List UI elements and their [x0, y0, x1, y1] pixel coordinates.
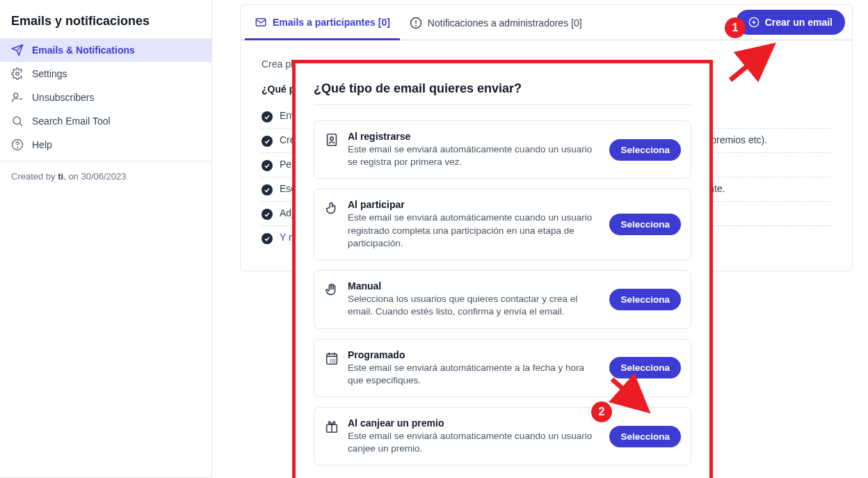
tab-label: Emails a participantes [0]: [273, 17, 390, 28]
sidebar-title: Emails y notificaciones: [0, 0, 211, 38]
option-manual: Manual Selecciona los usuarios que quier…: [314, 270, 691, 328]
option-desc: Este email se enviará automáticamente a …: [348, 362, 601, 387]
sidebar-item-search-tool[interactable]: Search Email Tool: [0, 109, 211, 133]
select-button[interactable]: Selecciona: [609, 357, 681, 379]
footer-suffix: , on 30/06/2023: [63, 171, 126, 182]
alert-icon: [410, 17, 422, 29]
option-scheduled: 03 Programado Este email se enviará auto…: [314, 339, 691, 397]
select-button[interactable]: Selecciona: [609, 289, 681, 310]
sidebar-item-label: Settings: [32, 68, 67, 79]
sidebar-item-label: Search Email Tool: [32, 115, 111, 127]
plus-circle-icon: [748, 17, 760, 28]
sidebar-nav: Emails & Notifications Settings Unsubscr…: [0, 38, 211, 157]
hand-icon: [324, 282, 339, 297]
option-desc: Este email se enviará automáticamente cu…: [348, 143, 601, 168]
calendar-icon: 03: [324, 351, 339, 366]
footer-prefix: Created by: [11, 171, 58, 182]
svg-point-14: [330, 137, 334, 141]
option-title: Manual: [348, 280, 601, 292]
modal-title: ¿Qué tipo de email quieres enviar?: [314, 81, 691, 96]
option-title: Al canjear un premio: [348, 417, 601, 429]
svg-point-0: [16, 72, 19, 76]
search-icon: [11, 115, 24, 127]
check-icon: [262, 184, 273, 196]
sidebar-item-label: Unsubscribers: [32, 92, 94, 103]
gear-icon: [11, 67, 24, 80]
option-participate: Al participar Este email se enviará auto…: [314, 189, 691, 260]
select-button[interactable]: Selecciona: [609, 139, 681, 161]
envelope-icon: [255, 16, 267, 29]
option-redeem-prize: Al canjear un premio Este email se envia…: [314, 407, 691, 465]
option-desc: Selecciona los usuarios que quieres cont…: [348, 293, 601, 318]
check-icon: [262, 111, 273, 122]
paper-plane-icon: [11, 44, 24, 56]
option-title: Programado: [348, 349, 601, 360]
check-icon: [262, 160, 273, 171]
option-register: Al registrarse Este email se enviará aut…: [314, 120, 691, 179]
gift-icon: [324, 419, 339, 434]
footer-user: ti: [58, 171, 63, 182]
option-desc: Este email se enviará automaticamente cu…: [348, 430, 601, 455]
user-minus-icon: [11, 91, 24, 104]
create-email-label: Crear un email: [765, 17, 833, 28]
svg-point-1: [14, 93, 18, 97]
option-title: Al participar: [348, 199, 601, 210]
badge-icon: [324, 132, 339, 148]
sidebar-item-help[interactable]: Help: [0, 133, 211, 157]
sidebar-item-label: Help: [32, 139, 52, 150]
tab-label: Notificaciones a administradores [0]: [428, 17, 582, 29]
sidebar-footer: Created by ti, on 30/06/2023: [0, 161, 211, 191]
svg-point-5: [17, 147, 18, 148]
sidebar-item-settings[interactable]: Settings: [0, 62, 211, 86]
svg-line-3: [19, 123, 22, 125]
divider: [314, 104, 691, 105]
select-button[interactable]: Selecciona: [609, 426, 681, 447]
svg-point-9: [415, 25, 416, 26]
annotation-number-1: 1: [725, 17, 746, 38]
check-icon: [262, 233, 273, 244]
tab-admins[interactable]: Notificaciones a administradores [0]: [400, 6, 592, 39]
svg-text:03: 03: [330, 357, 335, 363]
option-title: Al registrarse: [348, 131, 601, 142]
create-email-button[interactable]: Crear un email: [736, 10, 845, 35]
sidebar-item-unsubscribers[interactable]: Unsubscribers: [0, 86, 211, 109]
sidebar: Emails y notificaciones Emails & Notific…: [0, 0, 212, 478]
tabs: Emails a participantes [0] Notificacione…: [241, 5, 852, 40]
tap-icon: [324, 200, 339, 216]
sidebar-item-label: Emails & Notifications: [32, 45, 135, 56]
annotation-number-2: 2: [591, 401, 612, 422]
svg-point-2: [13, 117, 21, 125]
check-icon: [262, 209, 273, 220]
help-icon: [11, 138, 24, 151]
select-button[interactable]: Selecciona: [609, 214, 681, 235]
tab-participants[interactable]: Emails a participantes [0]: [245, 5, 400, 40]
email-type-modal: ¿Qué tipo de email quieres enviar? Al re…: [292, 60, 713, 478]
check-icon: [262, 136, 273, 147]
option-desc: Este email se enviará automáticamente cu…: [348, 212, 601, 250]
sidebar-item-emails[interactable]: Emails & Notifications: [0, 38, 211, 62]
